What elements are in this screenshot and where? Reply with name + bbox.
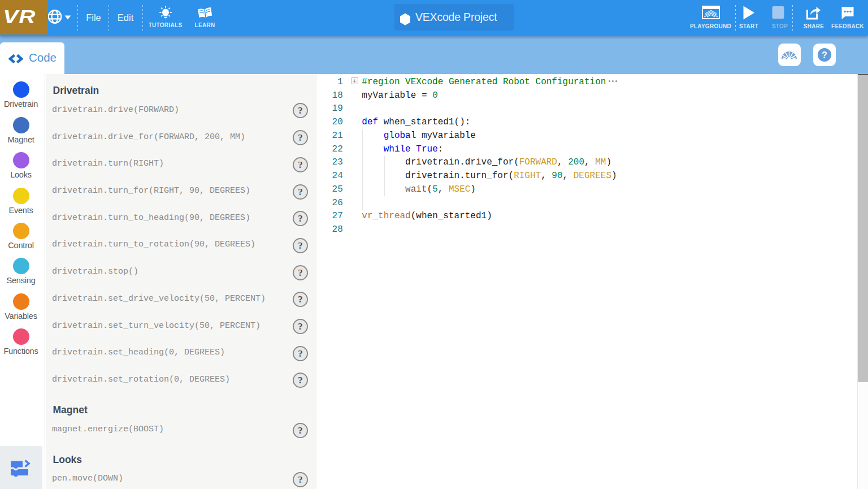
svg-text:?: ? <box>822 50 827 60</box>
